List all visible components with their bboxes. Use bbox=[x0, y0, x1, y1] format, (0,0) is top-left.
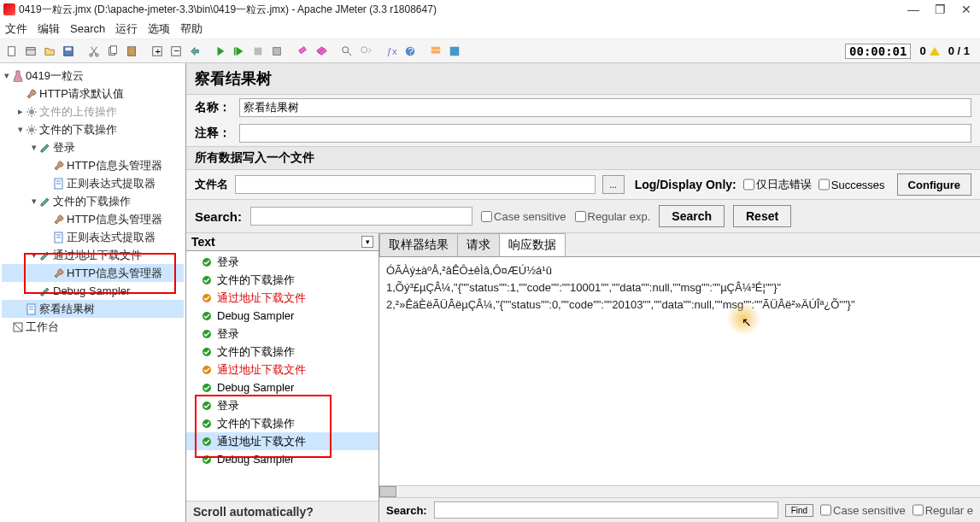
maximize-button[interactable]: ❐ bbox=[935, 3, 946, 16]
tree-node[interactable]: HTTP信息头管理器 bbox=[2, 156, 184, 174]
wrench-icon bbox=[53, 214, 65, 226]
expand-icon[interactable]: + bbox=[149, 43, 166, 60]
menu-help[interactable]: 帮助 bbox=[180, 21, 202, 37]
section-write-file: 所有数据写入一个文件 bbox=[186, 146, 980, 170]
templates-icon[interactable] bbox=[22, 43, 39, 60]
tree-node[interactable]: HTTP信息头管理器 bbox=[2, 264, 184, 282]
result-row[interactable]: Debug Sampler bbox=[186, 307, 379, 325]
bottom-search-input[interactable] bbox=[434, 501, 778, 519]
status-icon bbox=[202, 275, 212, 285]
save-icon[interactable] bbox=[60, 43, 77, 60]
tab-response-data[interactable]: 响应数据 bbox=[499, 233, 566, 256]
wrench-icon bbox=[26, 88, 38, 100]
result-row[interactable]: 文件的下载操作 bbox=[186, 271, 379, 289]
search-button[interactable]: Search bbox=[659, 205, 725, 227]
response-content[interactable]: ÓÃÀý±àºÅ,²âÊÔ±êÌâ,Ô¤ÆÚ½á¹û 1,Õý³£µÇÂ¼,"{… bbox=[379, 257, 980, 485]
open-icon[interactable] bbox=[41, 43, 58, 60]
reset-button[interactable]: Reset bbox=[733, 205, 791, 227]
template-list-icon[interactable] bbox=[427, 43, 444, 60]
bottom-re-checkbox[interactable]: Regular e bbox=[913, 501, 973, 519]
configure-button[interactable]: Configure bbox=[897, 173, 971, 196]
tree-node[interactable]: ▾文件的下载操作 bbox=[2, 120, 184, 138]
result-label: 登录 bbox=[217, 326, 239, 342]
help-icon[interactable]: ? bbox=[402, 43, 419, 60]
menu-run[interactable]: 运行 bbox=[115, 21, 138, 37]
tree-node[interactable]: ▾通过地址下载文件 bbox=[2, 246, 184, 264]
shutdown-icon[interactable] bbox=[268, 43, 285, 60]
tree-node[interactable]: HTTP信息头管理器 bbox=[2, 210, 184, 228]
horizontal-scrollbar[interactable] bbox=[379, 485, 980, 497]
results-list[interactable]: Text ▾ 登录文件的下载操作通过地址下载文件Debug Sampler登录文… bbox=[186, 233, 379, 522]
find-button[interactable]: Find bbox=[785, 504, 813, 517]
result-row[interactable]: 通过地址下载文件 bbox=[186, 289, 379, 307]
result-row[interactable]: 通过地址下载文件 bbox=[186, 361, 379, 378]
status-icon bbox=[202, 257, 212, 267]
result-row[interactable]: 文件的下载操作 bbox=[186, 414, 379, 432]
tree-node[interactable]: 察看结果树 bbox=[2, 300, 184, 318]
paste-icon[interactable] bbox=[123, 43, 140, 60]
tab-request[interactable]: 请求 bbox=[457, 233, 500, 256]
errors-only-checkbox[interactable]: 仅日志错误 bbox=[743, 175, 812, 194]
menu-options[interactable]: 选项 bbox=[148, 21, 170, 37]
filename-input[interactable] bbox=[235, 175, 596, 194]
successes-checkbox[interactable]: Successes bbox=[819, 175, 885, 194]
cut-icon[interactable] bbox=[85, 43, 103, 60]
tree-label: 文件的下载操作 bbox=[53, 194, 131, 209]
tree-node[interactable]: ▸文件的上传操作 bbox=[2, 103, 184, 120]
renderer-dropdown[interactable]: ▾ bbox=[361, 236, 373, 248]
browse-button[interactable]: ... bbox=[602, 175, 625, 194]
tree-node[interactable]: 正则表达式提取器 bbox=[2, 174, 184, 192]
tree-node[interactable]: HTTP请求默认值 bbox=[2, 85, 184, 103]
menu-file[interactable]: 文件 bbox=[5, 21, 27, 37]
wrench-icon bbox=[53, 160, 65, 172]
result-label: 通过地址下载文件 bbox=[217, 362, 306, 378]
result-label: 通过地址下载文件 bbox=[217, 434, 306, 449]
tree-node[interactable]: ▾文件的下载操作 bbox=[2, 192, 184, 210]
svg-rect-8 bbox=[110, 45, 116, 53]
status-icon bbox=[202, 347, 212, 357]
clear-icon[interactable] bbox=[294, 43, 311, 60]
collapse-icon[interactable]: − bbox=[167, 43, 185, 60]
close-button[interactable]: ✕ bbox=[961, 3, 971, 16]
test-plan-tree[interactable]: ▾0419一粒云 HTTP请求默认值▸文件的上传操作▾文件的下载操作▾登录 HT… bbox=[0, 63, 186, 522]
result-row[interactable]: 登录 bbox=[186, 396, 379, 414]
tab-sampler-result[interactable]: 取样器结果 bbox=[379, 233, 458, 256]
tree-node[interactable]: 工作台 bbox=[2, 318, 184, 336]
menu-search[interactable]: Search bbox=[70, 22, 105, 35]
tree-node[interactable]: 正则表达式提取器 bbox=[2, 228, 184, 246]
response-line: 2,²»ÊäÈëÃÜÂëµÇÂ¼,"{""status"":0,""code""… bbox=[386, 296, 973, 314]
comment-input[interactable] bbox=[239, 124, 971, 143]
function-icon[interactable]: ƒx bbox=[383, 43, 400, 60]
tree-node[interactable]: Debug Sampler bbox=[2, 282, 184, 300]
tree-label: 文件的上传操作 bbox=[39, 104, 117, 120]
start-icon[interactable] bbox=[212, 43, 229, 60]
scroll-auto-label: Scroll automatically? bbox=[186, 501, 379, 522]
new-icon[interactable] bbox=[3, 43, 21, 60]
menu-edit[interactable]: 编辑 bbox=[38, 21, 60, 37]
copy-icon[interactable] bbox=[104, 43, 121, 60]
search-input[interactable] bbox=[250, 207, 472, 226]
tree-node[interactable]: ▾登录 bbox=[2, 138, 184, 156]
name-input[interactable] bbox=[239, 98, 971, 117]
heap-icon[interactable] bbox=[446, 43, 463, 60]
result-row[interactable]: Debug Sampler bbox=[186, 378, 379, 396]
reset-search-icon[interactable] bbox=[357, 43, 374, 60]
clear-all-icon[interactable] bbox=[313, 43, 330, 60]
result-row[interactable]: 文件的下载操作 bbox=[186, 343, 379, 361]
start-no-pause-icon[interactable] bbox=[231, 43, 248, 60]
result-row[interactable]: 登录 bbox=[186, 325, 379, 343]
toggle-icon[interactable] bbox=[186, 43, 203, 60]
result-label: 通过地址下载文件 bbox=[217, 290, 306, 306]
result-row[interactable]: 登录 bbox=[186, 253, 379, 271]
regex-checkbox[interactable]: Regular exp. bbox=[575, 210, 651, 223]
tree-node[interactable]: ▾0419一粒云 bbox=[2, 67, 184, 85]
search-tree-icon[interactable] bbox=[338, 43, 355, 60]
bottom-cs-checkbox[interactable]: Case sensitive bbox=[820, 501, 906, 519]
stop-icon[interactable] bbox=[249, 43, 267, 60]
result-label: Debug Sampler bbox=[217, 381, 294, 394]
case-sensitive-checkbox[interactable]: Case sensitive bbox=[481, 210, 566, 223]
result-row[interactable]: 通过地址下载文件 bbox=[186, 432, 379, 450]
result-row[interactable]: Debug Sampler bbox=[186, 450, 379, 468]
minimize-button[interactable]: — bbox=[907, 3, 919, 16]
svg-point-6 bbox=[96, 53, 99, 56]
